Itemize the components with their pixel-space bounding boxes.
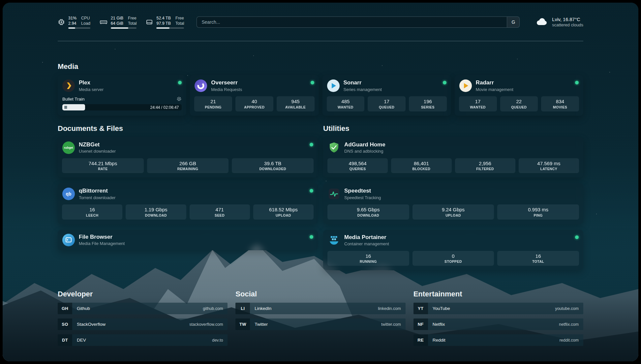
cpu-progress-fill — [68, 27, 75, 29]
stat-tile: 0 STOPPED — [412, 251, 494, 266]
stat-value: 40 — [237, 98, 272, 105]
pause-icon[interactable] — [65, 106, 66, 109]
stat-value: 16 — [329, 253, 408, 259]
bookmarks-area: Developer GH Github github.com SO StackO… — [58, 290, 583, 346]
disk-total-label: Total — [175, 21, 184, 26]
stat-label: QUEUED — [502, 105, 537, 109]
stat-label: WANTED — [460, 105, 496, 109]
nzbget-card[interactable]: nzbget NZBGet Usenet downloader 74 — [58, 137, 318, 178]
adguard-card[interactable]: AdGuard Home DNS and adblocking 498,564 … — [323, 137, 583, 178]
dashboard-content: 31% CPU 2.94 Load — [3, 3, 638, 361]
cpu-load-label: Load — [81, 21, 90, 26]
app-name: Overseerr — [211, 79, 242, 86]
bookmark-name: Github — [77, 306, 90, 311]
search-bar[interactable]: G — [197, 16, 520, 28]
disk-icon — [146, 19, 153, 25]
stat-value: 47.569 ms — [520, 160, 578, 167]
stat-value: 0.993 ms — [499, 206, 578, 213]
bookmark-twitter[interactable]: TW Twitter twitter.com — [235, 318, 405, 330]
bookmark-stackoverflow[interactable]: SO StackOverflow stackoverflow.com — [58, 318, 228, 330]
stat-value: 618.52 Mbps — [255, 206, 312, 213]
ram-free-label: Free — [128, 15, 137, 21]
stat-value: 17 — [460, 98, 496, 105]
bookmark-reddit[interactable]: RE Reddit reddit.com — [413, 334, 583, 346]
plex-now-playing: Bullet Train — [58, 96, 186, 115]
stat-tile: 266 GB REMAINING — [147, 158, 229, 173]
cpu-monitor-body: 31% CPU 2.94 Load — [68, 15, 90, 29]
search-provider-button[interactable]: G — [507, 17, 519, 27]
stat-tile: 498,564 QUERIES — [327, 158, 388, 173]
social-bookmarks: Social LI LinkedIn linkedin.com TW Twitt… — [235, 290, 405, 330]
nzbget-icon: nzbget — [62, 141, 75, 154]
documents-section: Documents & Files nzbget — [58, 124, 318, 270]
bookmark-abbr: LI — [235, 303, 250, 314]
app-desc: Media File Management — [79, 241, 125, 246]
ram-monitor-body: 21 GiB Free 64 GiB Total — [111, 15, 137, 29]
stat-value: 2,956 — [456, 160, 514, 167]
stat-value: 834 — [542, 98, 578, 105]
sonarr-icon — [327, 79, 340, 92]
filebrowser-card[interactable]: File Browser Media File Management — [58, 230, 318, 250]
app-name: File Browser — [79, 234, 125, 240]
stat-label: LATENCY — [520, 167, 578, 171]
bookmark-youtube[interactable]: YT YouTube youtube.com — [413, 303, 583, 314]
svg-text:nzbget: nzbget — [64, 146, 73, 149]
app-name: Sonarr — [344, 79, 382, 86]
cpu-load-value: 2.94 — [68, 21, 76, 26]
bookmark-dev[interactable]: DT DEV dev.to — [58, 334, 228, 346]
stat-tile: 16 TOTAL — [497, 251, 579, 266]
overseerr-card[interactable]: Overseerr Media Requests 21 PENDING 40 A… — [190, 75, 319, 116]
bookmark-name: Reddit — [433, 338, 445, 343]
bookmark-url: dev.to — [212, 338, 228, 343]
stat-value: 498,564 — [329, 160, 386, 167]
utilities-section-title: Utilities — [323, 124, 583, 133]
bookmark-netflix[interactable]: NF Netflix netflix.com — [413, 318, 583, 330]
app-desc: Media server — [79, 87, 104, 92]
app-name: qBittorrent — [79, 188, 115, 194]
app-name: AdGuard Home — [344, 141, 385, 148]
disk-progress-fill — [156, 27, 169, 29]
app-desc: Movie management — [476, 87, 513, 92]
stat-tile: 16 RUNNING — [327, 251, 409, 266]
qbittorrent-card[interactable]: qb qBittorrent Torrent downloader — [58, 183, 318, 224]
speedtest-card[interactable]: Speedtest Speedtest Tracking 9.65 Gbps D… — [323, 183, 583, 224]
status-online-dot — [575, 235, 579, 239]
developer-section-title: Developer — [58, 290, 228, 298]
status-online-dot — [443, 81, 446, 84]
bookmark-abbr: RE — [413, 334, 428, 346]
stat-value: 21 — [196, 98, 231, 105]
cpu-label: CPU — [81, 15, 90, 21]
weather-condition: scattered clouds — [552, 22, 583, 27]
cpu-value: 31% — [68, 15, 76, 21]
bookmark-abbr: DT — [58, 334, 72, 346]
stat-value: 266 GB — [148, 160, 228, 167]
stat-label: PING — [499, 213, 578, 217]
speedtest-icon — [328, 188, 340, 200]
filebrowser-icon — [62, 234, 75, 246]
search-input[interactable] — [197, 17, 507, 27]
settings-gear-icon[interactable] — [176, 96, 182, 102]
developer-bookmarks: Developer GH Github github.com SO StackO… — [58, 290, 228, 346]
cpu-icon — [58, 18, 65, 26]
stat-label: LEECH — [63, 213, 121, 217]
stat-tile: 9.65 Gbps DOWNLOAD — [327, 204, 409, 220]
status-online-dot — [575, 81, 579, 84]
bookmark-linkedin[interactable]: LI LinkedIn linkedin.com — [235, 303, 405, 314]
media-section-title: Media — [58, 62, 583, 71]
ram-monitor: 21 GiB Free 64 GiB Total — [100, 15, 137, 29]
header-divider — [58, 41, 583, 41]
stat-label: MOVIES — [542, 105, 578, 109]
sonarr-card[interactable]: Sonarr Series management 485 WANTED 17 Q… — [322, 75, 451, 116]
app-desc: DNS and adblocking — [344, 149, 385, 154]
ram-progress-fill — [111, 27, 128, 29]
stat-value: 945 — [278, 98, 313, 105]
stat-label: DOWNLOAD — [127, 213, 185, 217]
disk-monitor: 52.4 TB Free 97.9 TB Total — [146, 15, 184, 29]
plex-card[interactable]: Plex Media server Bullet Train — [58, 75, 186, 116]
portainer-card[interactable]: Media Portainer Container management 16 … — [323, 230, 583, 270]
bookmark-github[interactable]: GH Github github.com — [58, 303, 228, 314]
plex-progress-bar[interactable]: 24:44 / 02:06:47 — [62, 104, 182, 110]
radarr-card[interactable]: Radarr Movie management 17 WANTED 22 QUE… — [455, 75, 583, 116]
bookmark-name: DEV — [77, 338, 86, 343]
app-name: Radarr — [476, 79, 513, 86]
